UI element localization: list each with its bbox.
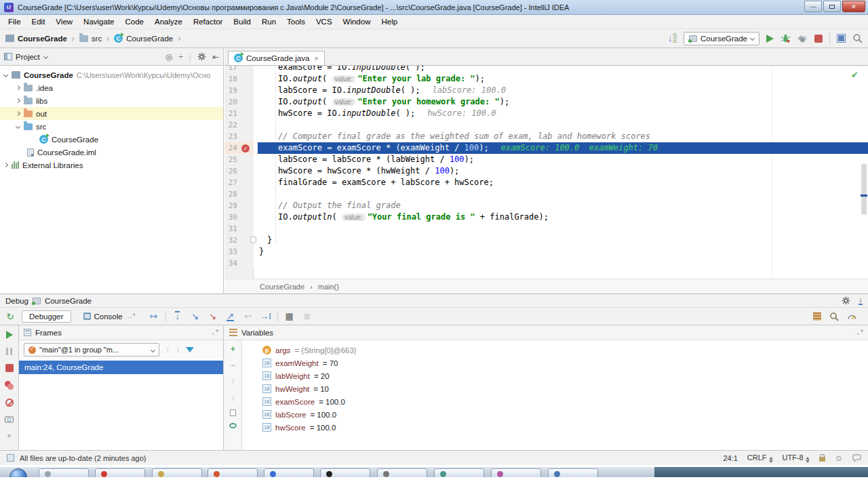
line-number[interactable]: 25 [224,154,254,165]
taskbar-button[interactable] [208,468,258,477]
chevron-expanded-icon[interactable] [16,124,20,129]
code-line[interactable]: 25labScore = labScore * (labWeight / 100… [224,154,868,165]
taskbar-button[interactable] [377,468,427,477]
step-out-icon[interactable]: ↗ [226,312,234,321]
variable-row[interactable]: 18hwWeight= 10 [262,382,868,395]
windows-taskbar[interactable] [0,467,868,477]
taskbar-button[interactable] [39,468,89,477]
variable-row[interactable]: 18hwScore= 100.0 [262,421,868,434]
run-configuration-select[interactable]: CourseGrade [684,32,760,45]
menu-window[interactable]: Window [338,18,376,26]
code-line[interactable]: 23// Computer final grade as the weighte… [224,131,868,142]
move-down-icon[interactable]: ↓ [231,393,235,403]
tree-item-coursegrade-class[interactable]: C CourseGrade [0,133,223,146]
tree-item-libs[interactable]: libs [0,94,223,107]
tree-item-external-libraries[interactable]: External Libraries [0,159,223,171]
pause-button[interactable] [6,348,12,355]
code-line[interactable]: 27finalGrade = examScore + labScore + hw… [224,177,868,188]
variable-row[interactable]: pargs= {String[0]@663} [262,344,868,357]
chevron-collapsed-icon[interactable] [3,163,8,167]
threads-view-icon[interactable] [813,312,821,321]
run-button[interactable] [766,35,774,43]
code-line[interactable]: 30IO.outputln( value:"Your final grade i… [224,211,868,223]
code-line[interactable]: 29// Output the final grade [224,200,868,211]
chevron-expanded-icon[interactable] [3,73,8,77]
thread-dump-camera-icon[interactable] [5,415,14,423]
inspections-ok-icon[interactable]: ✔ [851,70,859,80]
menu-edit[interactable]: Edit [26,18,51,26]
gear-icon[interactable] [197,52,206,61]
drop-frame-icon[interactable]: ↩ [242,311,254,321]
start-orb[interactable] [9,468,27,477]
taskbar-button[interactable] [264,468,314,477]
event-log-bubble-icon[interactable] [852,454,861,462]
variable-row[interactable]: 18labScore= 100.0 [262,408,868,421]
stack-frame-selected[interactable]: main:24, CourseGrade [19,361,223,374]
variable-row[interactable]: 18examScore= 100.0 [262,395,868,408]
tab-coursegrade-java[interactable]: C CourseGrade.java × [228,51,325,65]
inspections-hector-icon[interactable]: ☺ [835,453,843,463]
variable-row[interactable]: 18examWeight= 70 [262,357,868,369]
search-settings-icon[interactable] [829,312,839,321]
code-line[interactable]: 22 [224,119,868,131]
menu-tools[interactable]: Tools [281,18,311,26]
previous-frame-icon[interactable]: ↑ [165,345,170,354]
line-number[interactable]: 29 [224,200,254,211]
code-line[interactable]: 17examScore = IO.inputDouble( ); [224,66,868,73]
code-line[interactable]: 31 [224,223,868,235]
line-number[interactable]: 21 [224,108,254,119]
trace-icon[interactable]: ≣ [301,311,313,321]
step-into-icon[interactable]: ↘ [189,311,201,321]
menu-analyze[interactable]: Analyze [149,18,188,26]
menu-view[interactable]: View [50,18,78,26]
code-line[interactable]: 18IO.output( value:"Enter your lab grade… [224,73,868,85]
line-number[interactable]: 27 [224,177,254,188]
title-bar[interactable]: IJ CourseGrade [C:\Users\user\Work\Курсы… [0,0,868,15]
variable-row[interactable]: 18labWeight= 20 [262,369,868,382]
line-number[interactable]: 33 [224,246,254,258]
line-number[interactable]: 24 [224,142,254,154]
line-number[interactable]: 23 [224,131,254,142]
editor-scrollbar[interactable] [861,163,867,215]
line-number[interactable]: 26 [224,165,254,177]
close-button[interactable]: ✕ [842,1,865,12]
line-number[interactable]: 17 [224,66,254,73]
code-line[interactable]: 21hwScore = IO.inputDouble( );hwScore: 1… [224,108,868,119]
code-line[interactable]: 20IO.output( value:"Enter your homework … [224,96,868,108]
taskbar-button[interactable] [320,468,370,477]
view-breakpoints-icon[interactable] [5,381,14,390]
collapse-all-icon[interactable]: ÷ [178,52,183,62]
taskbar-button[interactable] [434,468,484,477]
filter-frames-icon[interactable] [186,347,194,352]
stop-button[interactable] [5,364,14,372]
duplicate-icon[interactable] [230,409,236,416]
search-everywhere-icon[interactable] [852,33,863,43]
taskbar-button[interactable] [152,468,202,477]
line-number[interactable]: 31 [224,223,254,235]
line-number[interactable]: 22 [224,119,254,131]
lock-icon[interactable] [819,457,825,462]
minimize-button[interactable]: — [804,1,822,12]
line-number[interactable]: 18 [224,73,254,85]
caret-position[interactable]: 24:1 [723,454,737,462]
debug-button[interactable] [781,33,791,43]
structure-grid-icon[interactable] [837,34,846,43]
line-number[interactable]: 20 [224,96,254,108]
tree-item-out[interactable]: out [0,107,223,120]
line-number[interactable]: 19 [224,85,254,96]
next-frame-icon[interactable]: ↓ [176,345,180,354]
tree-item-root[interactable]: CourseGrade C:\Users\user\Work\Курсы\Ude… [0,68,223,81]
resume-button[interactable] [6,331,13,339]
code-line[interactable]: 32} [224,235,868,246]
menu-refactor[interactable]: Refactor [188,18,228,26]
tree-item-iml[interactable]: CourseGrade.iml [0,146,223,159]
thread-selector[interactable]: "main"@1 in group "m... [24,343,159,357]
show-watches-icon[interactable] [229,423,237,428]
tree-item-idea[interactable]: .idea [0,81,223,94]
force-step-into-icon[interactable]: ↘ [207,311,219,321]
line-number[interactable]: 32 [224,235,254,246]
close-tab-icon[interactable]: × [314,54,318,62]
breadcrumb-class[interactable]: CourseGrade [260,283,304,291]
menu-build[interactable]: Build [228,18,256,26]
taskbar-button[interactable] [95,468,145,477]
